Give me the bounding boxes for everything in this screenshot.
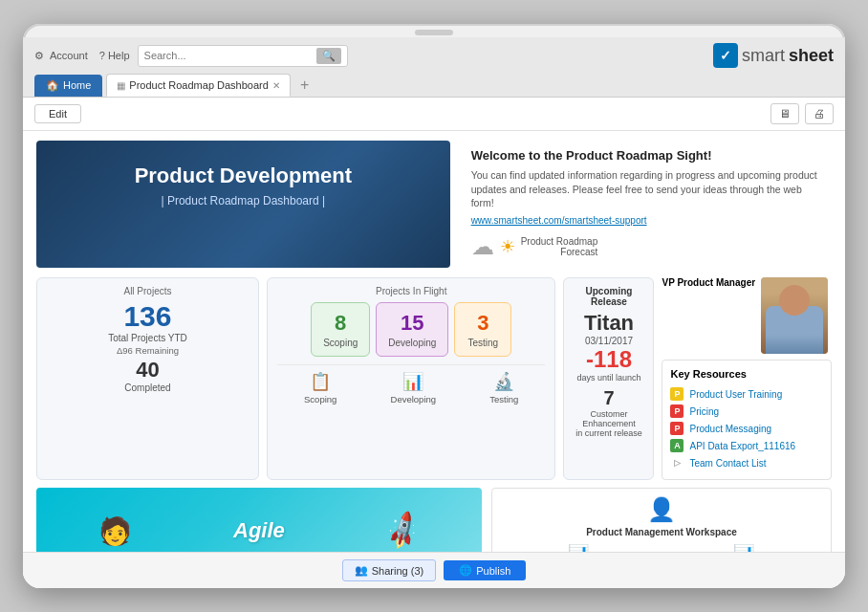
welcome-body: You can find updated information regardi… bbox=[471, 168, 822, 210]
kr-item-2[interactable]: P Product Messaging bbox=[670, 420, 823, 437]
upcoming-release-label: Upcoming Release bbox=[572, 286, 645, 307]
support-link[interactable]: www.smartsheet.com/smartsheet-support bbox=[471, 215, 647, 226]
sun-icon: ☀ bbox=[500, 236, 515, 257]
screen-view-button[interactable]: 🖥 bbox=[770, 103, 799, 124]
kr-item-4[interactable]: ▷ Team Contact List bbox=[670, 454, 823, 471]
testing-label: Testing bbox=[467, 338, 499, 348]
completed-num: 40 bbox=[47, 358, 249, 382]
sight-items: 📊 Marketing Sight 📊 Titan Project Sight bbox=[500, 543, 823, 552]
kr-icon-2: P bbox=[670, 422, 684, 435]
lower-section: 🧑 Agile 🚀 Final Sprint Highest Ranked Pr… bbox=[36, 488, 832, 552]
search-input[interactable] bbox=[144, 50, 316, 61]
scoping-num: 8 bbox=[323, 311, 358, 336]
testing-icon-item: 🔬 Testing bbox=[489, 371, 518, 404]
brand-logo: ✓ smartsheet bbox=[713, 43, 834, 68]
developing-card: 15 Developing bbox=[376, 302, 448, 357]
forecast-label: Product Roadmap Forecast bbox=[521, 236, 598, 257]
vp-label: VP Product Manager bbox=[662, 277, 755, 288]
cloud-icon: ☁ bbox=[471, 233, 494, 260]
search-button[interactable]: 🔍 bbox=[316, 48, 341, 64]
account-label[interactable]: Account bbox=[50, 50, 88, 61]
top-section: Product Development | Product Roadmap Da… bbox=[36, 141, 832, 268]
device-notch bbox=[415, 30, 453, 35]
toolbar-right: 🖥 🖨 bbox=[770, 103, 834, 124]
edit-button[interactable]: Edit bbox=[34, 104, 81, 123]
tab-home[interactable]: 🏠 Home bbox=[34, 75, 102, 97]
tab-sheet-icon: ▦ bbox=[117, 80, 125, 91]
projects-in-flight-box: Projects In Flight 8 Scoping 15 Developi… bbox=[267, 277, 556, 480]
active-tab-label: Product Roadmap Dashboard bbox=[129, 79, 269, 91]
lower-left: 🧑 Agile 🚀 Final Sprint Highest Ranked Pr… bbox=[36, 488, 482, 552]
dashboard-content: Product Development | Product Roadmap Da… bbox=[23, 131, 845, 552]
account-area: ⚙ Account ? Help bbox=[34, 50, 130, 62]
tabs-row: 🏠 Home ▦ Product Roadmap Dashboard ✕ + bbox=[31, 74, 837, 97]
developing-icon: 📊 bbox=[391, 371, 437, 392]
publish-label: Publish bbox=[476, 565, 510, 577]
all-projects-label: All Projects bbox=[47, 286, 249, 296]
account-icon: ⚙ bbox=[34, 50, 44, 62]
sharing-label: Sharing (3) bbox=[372, 565, 423, 577]
release-name: Titan bbox=[572, 311, 645, 336]
titan-sight-icon: 📊 bbox=[665, 543, 823, 552]
tab-close-button[interactable]: ✕ bbox=[272, 80, 280, 91]
kr-item-3[interactable]: A API Data Export_111616 bbox=[670, 437, 823, 454]
scoping-label: Scoping bbox=[323, 338, 358, 348]
completed-label: Completed bbox=[47, 382, 249, 393]
days-label: days until launch bbox=[572, 373, 645, 383]
key-resources-title: Key Resources bbox=[670, 368, 823, 380]
kr-item-1[interactable]: P Pricing bbox=[670, 403, 823, 420]
vp-info: VP Product Manager bbox=[662, 277, 755, 292]
brand-name-light: smart bbox=[742, 46, 785, 66]
help-label[interactable]: ? Help bbox=[99, 50, 130, 61]
testing-num: 3 bbox=[467, 311, 499, 336]
vp-panel: VP Product Manager bbox=[662, 277, 832, 354]
marketing-sight-icon: 📊 bbox=[500, 543, 658, 552]
kr-icon-3: A bbox=[670, 439, 684, 452]
browser-topbar: ⚙ Account ? Help 🔍 ✓ smartsheet bbox=[31, 37, 837, 74]
kr-label-1: Pricing bbox=[689, 406, 719, 417]
pm-label: Product Management Workspace bbox=[500, 527, 823, 537]
titan-sight-item[interactable]: 📊 Titan Project Sight bbox=[665, 543, 823, 552]
testing-icon: 🔬 bbox=[489, 371, 518, 392]
right-panels: Upcoming Release Titan 03/11/2017 -118 d… bbox=[563, 277, 832, 480]
kr-label-0: Product User Training bbox=[689, 389, 782, 400]
agile-banner: 🧑 Agile 🚀 Final Sprint bbox=[36, 488, 482, 552]
vp-photo bbox=[761, 277, 828, 354]
testing-icon-label: Testing bbox=[489, 394, 518, 404]
print-button[interactable]: 🖨 bbox=[805, 103, 834, 124]
publish-button[interactable]: 🌐 Publish bbox=[444, 560, 526, 580]
search-bar: 🔍 bbox=[138, 45, 348, 67]
release-date: 03/11/2017 bbox=[572, 336, 645, 346]
sharing-button[interactable]: 👥 Sharing (3) bbox=[342, 559, 436, 581]
kr-icon-0: P bbox=[670, 387, 684, 401]
developing-icon-item: 📊 Developing bbox=[391, 371, 437, 404]
agile-figure-icon: 🧑 bbox=[98, 515, 132, 547]
kr-label-4: Team Contact List bbox=[689, 458, 766, 469]
delta-label: Δ96 Remaining bbox=[47, 345, 249, 356]
days-num: -118 bbox=[572, 346, 645, 373]
kr-icon-1: P bbox=[670, 404, 684, 418]
sharing-icon: 👥 bbox=[355, 564, 368, 577]
kr-label-3: API Data Export_111616 bbox=[689, 441, 795, 451]
brand-name-bold: sheet bbox=[789, 46, 834, 66]
kr-item-0[interactable]: P Product User Training bbox=[670, 385, 823, 403]
add-tab-button[interactable]: + bbox=[294, 76, 315, 94]
tab-active[interactable]: ▦ Product Roadmap Dashboard ✕ bbox=[106, 74, 291, 97]
browser-content: Edit 🖥 🖨 Product Development | Product R… bbox=[23, 98, 845, 588]
customer-num: 7 bbox=[572, 387, 645, 409]
home-icon: 🏠 bbox=[46, 79, 59, 92]
lower-right: 👤 Product Management Workspace 📊 Marketi… bbox=[491, 488, 832, 552]
icon-row: 📋 Scoping 📊 Developing 🔬 Testing bbox=[277, 364, 546, 404]
content-toolbar: Edit 🖥 🖨 bbox=[23, 98, 845, 131]
device-frame: ⚙ Account ? Help 🔍 ✓ smartsheet 🏠 Home bbox=[23, 24, 845, 588]
developing-label: Developing bbox=[388, 338, 436, 348]
forecast-area: ☁ ☀ Product Roadmap Forecast bbox=[471, 233, 822, 260]
vp-resources-col: VP Product Manager Key Resources bbox=[662, 277, 832, 480]
publish-bar: 👥 Sharing (3) 🌐 Publish bbox=[23, 552, 845, 588]
testing-card: 3 Testing bbox=[454, 302, 511, 357]
flight-cards: 8 Scoping 15 Developing 3 Testing bbox=[277, 302, 546, 357]
home-tab-label: Home bbox=[63, 79, 91, 91]
marketing-sight-item[interactable]: 📊 Marketing Sight bbox=[500, 543, 658, 552]
scoping-icon-item: 📋 Scoping bbox=[304, 371, 336, 404]
scoping-icon: 📋 bbox=[304, 371, 336, 392]
